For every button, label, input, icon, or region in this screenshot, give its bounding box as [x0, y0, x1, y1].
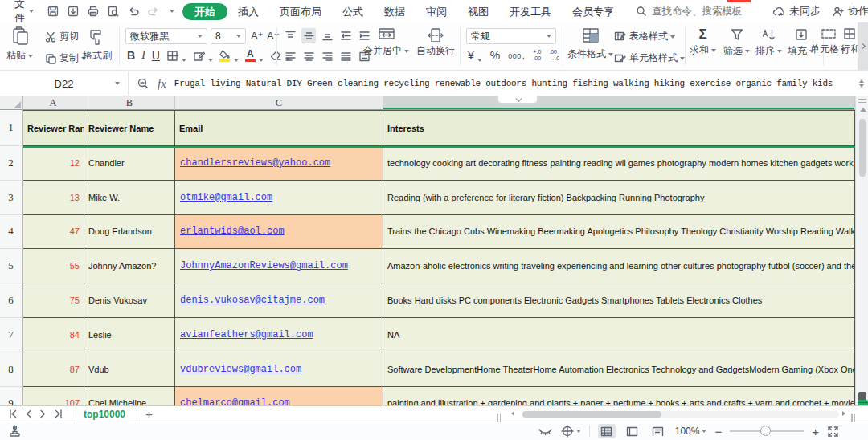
- currency-button[interactable]: ¥: [468, 49, 482, 62]
- cell-interests[interactable]: Reading (with a preference for literary …: [383, 181, 855, 215]
- cell-header-interests[interactable]: Interests: [383, 110, 855, 146]
- email-link[interactable]: chandlersreviews@yahoo.com: [180, 157, 330, 169]
- macro-record-icon[interactable]: [8, 425, 22, 438]
- email-link[interactable]: denis.vukosav@citajme.com: [180, 295, 325, 306]
- sync-status[interactable]: 未同步: [772, 4, 821, 18]
- search-input[interactable]: [652, 6, 772, 17]
- cell-header-email[interactable]: Email: [175, 110, 383, 146]
- ribbon-overflow-scroll[interactable]: [858, 22, 868, 70]
- ribbon-tab[interactable]: 数据: [374, 3, 416, 20]
- thousands-separator-button[interactable]: 000,: [508, 51, 525, 60]
- cell-reviewer-name[interactable]: Doug Erlandson: [84, 215, 175, 250]
- cell-interests[interactable]: painting and illustration + gardening an…: [383, 387, 855, 405]
- formula-bar-collapse-tab[interactable]: [497, 96, 538, 104]
- column-header-b[interactable]: B: [84, 96, 175, 110]
- command-search[interactable]: [636, 6, 772, 17]
- email-link[interactable]: vdubreviews@gmail.com: [180, 364, 301, 375]
- align-left-icon[interactable]: [283, 49, 297, 63]
- scroll-up-icon[interactable]: [860, 108, 866, 112]
- format-painter-button[interactable]: 格式刷: [83, 26, 112, 63]
- cell-style-button[interactable]: 单元格样式: [614, 51, 685, 65]
- select-all-corner[interactable]: [0, 96, 23, 110]
- cell-interests[interactable]: Trains the Chicago Cubs Winemaking Beerm…: [383, 215, 855, 250]
- column-header-a[interactable]: A: [23, 96, 84, 110]
- ribbon-tab[interactable]: 开发工具: [499, 3, 562, 20]
- cell-email[interactable]: chelmarco@gmail.com: [175, 387, 383, 405]
- row-number[interactable]: 5: [0, 249, 23, 283]
- cell-email[interactable]: vdubreviews@gmail.com: [175, 352, 383, 387]
- decrease-font-button[interactable]: A⁻: [267, 30, 280, 42]
- next-sheet-icon[interactable]: [39, 409, 47, 418]
- column-header-c[interactable]: C: [175, 96, 383, 110]
- zoom-formula-icon[interactable]: [137, 77, 149, 90]
- split-handle[interactable]: [858, 99, 866, 103]
- cell-email[interactable]: JohnnyAmazonReviews@gmail.com: [175, 249, 383, 283]
- justify-icon[interactable]: [338, 49, 353, 63]
- ribbon-tab[interactable]: 页面布局: [269, 3, 332, 20]
- cell-reviewer-name[interactable]: Johnny Amazon?: [84, 249, 175, 283]
- conditional-format-button[interactable]: 条件格式: [567, 26, 613, 61]
- sheet-tab-active[interactable]: top10000: [72, 406, 137, 422]
- first-sheet-icon[interactable]: [8, 409, 18, 418]
- page-layout-view-button[interactable]: [624, 424, 641, 438]
- wrap-text-button[interactable]: 自动换行: [416, 27, 455, 58]
- add-sheet-button[interactable]: +: [137, 407, 161, 421]
- cell-email[interactable]: erlantwids@aol.com: [175, 215, 383, 250]
- collaborate-button[interactable]: 协作: [832, 4, 868, 18]
- horizontal-scrollbar[interactable]: [497, 406, 857, 422]
- cell-interests[interactable]: NA: [383, 318, 855, 352]
- decrease-indent-icon[interactable]: [338, 28, 353, 43]
- cell-interests[interactable]: Software DevelopmentHome TheaterHome Aut…: [383, 352, 855, 387]
- zoom-slider-knob[interactable]: [760, 426, 771, 436]
- email-link[interactable]: JohnnyAmazonReviews@gmail.com: [180, 260, 348, 271]
- vertical-scroll-thumb[interactable]: [859, 119, 866, 177]
- ribbon-tab[interactable]: 会员专享: [562, 3, 624, 20]
- font-size-select[interactable]: 8: [211, 28, 246, 44]
- align-bottom-icon[interactable]: [320, 28, 334, 43]
- email-link[interactable]: otmike@gmail.com: [180, 192, 272, 203]
- cell-reviewer-rank[interactable]: 13: [23, 181, 84, 215]
- email-link[interactable]: chelmarco@gmail.com: [180, 397, 290, 405]
- cell-interests[interactable]: Amazon-aholic electronics writing travel…: [383, 249, 855, 283]
- row-number[interactable]: 3: [0, 181, 23, 215]
- fx-icon[interactable]: fx: [158, 77, 166, 91]
- align-center-icon[interactable]: [301, 49, 316, 63]
- zoom-slider[interactable]: [730, 426, 804, 437]
- percent-button[interactable]: %: [490, 49, 500, 62]
- print-icon[interactable]: [87, 5, 100, 18]
- filter-button[interactable]: 筛选: [723, 27, 750, 58]
- sum-button[interactable]: Σ 求和: [690, 27, 716, 57]
- cell-reviewer-name[interactable]: Vdub: [84, 352, 175, 387]
- font-color-button[interactable]: A: [245, 49, 264, 62]
- ribbon-tab[interactable]: 插入: [227, 3, 269, 20]
- cell-email[interactable]: denis.vukosav@citajme.com: [175, 283, 383, 318]
- align-middle-icon[interactable]: [301, 28, 316, 43]
- cell-reviewer-rank[interactable]: 84: [23, 318, 84, 352]
- highlight-cross-button[interactable]: [561, 425, 581, 438]
- name-box[interactable]: D22: [0, 71, 129, 96]
- copy-button[interactable]: 复制: [45, 51, 86, 65]
- cell-reviewer-name[interactable]: Mike W.: [84, 181, 175, 215]
- ribbon-tab[interactable]: 公式: [332, 3, 374, 20]
- cell-reviewer-name[interactable]: Denis Vukosav: [84, 283, 175, 318]
- column-header-d-selected[interactable]: [383, 96, 855, 110]
- cell-email[interactable]: otmike@gmail.com: [175, 181, 383, 215]
- decrease-decimal-button[interactable]: .00→.0: [549, 49, 559, 61]
- number-format-select[interactable]: 常规: [466, 28, 556, 44]
- align-top-icon[interactable]: [283, 28, 297, 43]
- paste-button[interactable]: 粘贴: [6, 26, 33, 63]
- export-icon[interactable]: [67, 5, 80, 18]
- zoom-in-button[interactable]: +: [812, 426, 819, 438]
- email-link[interactable]: erlantwids@aol.com: [180, 226, 285, 237]
- cell-reviewer-name[interactable]: Leslie: [84, 318, 175, 352]
- scroll-left-icon[interactable]: [511, 411, 514, 416]
- cell-reviewer-name[interactable]: Chandler: [84, 146, 175, 181]
- page-break-view-button[interactable]: [649, 424, 667, 438]
- increase-font-button[interactable]: A⁺: [251, 30, 264, 42]
- cell-reviewer-name[interactable]: Chel Micheline: [84, 387, 175, 405]
- cell-reviewer-rank[interactable]: 75: [23, 283, 84, 318]
- cell-reviewer-rank[interactable]: 107: [23, 387, 84, 405]
- italic-button[interactable]: I: [141, 49, 145, 62]
- undo-icon[interactable]: [127, 5, 140, 18]
- cell-reviewer-rank[interactable]: 12: [23, 146, 84, 181]
